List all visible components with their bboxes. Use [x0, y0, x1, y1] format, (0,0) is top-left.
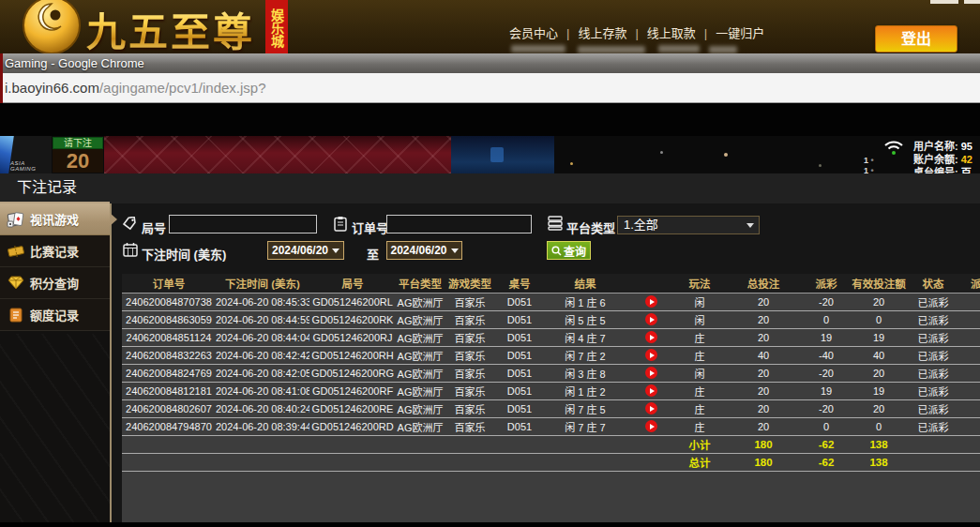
- active-item-arrow-icon: [110, 213, 117, 226]
- url-domain: i.baoyin66.com: [5, 80, 99, 96]
- playing-cards-icon: [6, 211, 26, 228]
- replay-icon[interactable]: [645, 295, 657, 308]
- logout-button[interactable]: 登出: [875, 25, 957, 53]
- game-video-strip: ASIA GAMING 请下注 20 用户名称: 95 账户余额: 42 桌台编…: [0, 136, 980, 173]
- search-icon: [551, 246, 562, 256]
- col-play-type: 玩法: [675, 274, 724, 293]
- nav-one-key-transfer[interactable]: 一键归户: [716, 26, 764, 40]
- table-row: 2406200848247692024-06-20 08:42:05GD0512…: [122, 364, 980, 382]
- screen: 九五至尊 娱乐城 会员中心|线上存款|线上取款|一键归户 登出 Gaming -…: [0, 0, 980, 527]
- col-replay: [626, 274, 675, 293]
- chevron-down-icon: [451, 248, 459, 253]
- table-summary: 小计 180 -62 138 总计 180 -62 138: [122, 435, 980, 471]
- blurred-account-info: [511, 45, 565, 53]
- sidebar-item-quota-records[interactable]: 额度记录: [0, 299, 110, 331]
- col-round-number: 局号: [309, 274, 396, 293]
- search-button[interactable]: 查询: [547, 241, 591, 260]
- col-platform-type: 平台类型: [396, 274, 445, 293]
- table-number-label: 桌台编号:: [913, 167, 958, 173]
- table-row: 2406200847948702024-06-20 08:39:44GD0512…: [122, 417, 980, 435]
- date-to-picker[interactable]: 2024/06/20: [386, 241, 462, 260]
- to-label: 至: [367, 245, 379, 263]
- order-number-label: 订单号: [352, 218, 388, 236]
- brand-95-icon: [21, 0, 83, 56]
- replay-icon[interactable]: [645, 331, 657, 343]
- grand-total-valid-bet: 138: [850, 453, 908, 471]
- col-status: 状态: [908, 274, 958, 293]
- round-number-input[interactable]: [169, 215, 317, 233]
- blurred-account-info: [578, 46, 645, 53]
- studio-background: [104, 136, 451, 173]
- sidebar-item-match-records[interactable]: 比赛记录: [0, 235, 110, 267]
- table-row: 2406200848121812024-06-20 08:41:08GD0512…: [122, 382, 980, 399]
- table-row: 2406200848322632024-06-20 08:42:42GD0512…: [122, 346, 980, 364]
- subtotal-payout: -62: [803, 435, 850, 453]
- platform-type-select[interactable]: 1.全部: [617, 216, 760, 234]
- sidebar-item-label: 积分查询: [30, 274, 79, 292]
- site-logo-badge: 娱乐城: [265, 0, 288, 53]
- table-row: 2406200848707382024-06-20 08:45:33GD0512…: [122, 293, 980, 310]
- replay-icon[interactable]: [645, 402, 657, 414]
- page-gap: [0, 103, 980, 136]
- col-table-number: 桌号: [495, 274, 544, 293]
- grand-total-bet: 180: [724, 453, 803, 471]
- blurred-account-info: [709, 46, 737, 53]
- grand-total-payout: -62: [803, 453, 850, 471]
- glow-dot: [660, 151, 663, 154]
- col-result: 结果: [544, 274, 626, 293]
- date-from-picker[interactable]: 2024/06/20: [267, 241, 344, 260]
- platform-type-label: 平台类型: [566, 218, 615, 236]
- clipboard-icon: [334, 216, 347, 232]
- subtotal-label: 小计: [675, 435, 724, 453]
- order-number-input[interactable]: [386, 215, 532, 233]
- replay-icon[interactable]: [645, 313, 657, 325]
- col-order-number: 订单号: [122, 274, 216, 293]
- sidebar-item-label: 视讯游戏: [30, 210, 79, 228]
- bet-state-label: 请下注: [53, 137, 103, 149]
- glow-dot: [570, 162, 573, 165]
- col-bet-time: 下注时间 (美东): [216, 274, 309, 293]
- replay-icon[interactable]: [645, 420, 657, 432]
- window-titlebar: Gaming - Google Chrome: [0, 53, 980, 73]
- glow-dot: [819, 164, 822, 167]
- clipped-topbar-text: [964, 0, 980, 4]
- document-icon: [6, 308, 26, 323]
- glow-dot: [724, 153, 728, 157]
- tag-icon: [123, 217, 138, 231]
- sidebar: 视讯游戏 比赛记录 积分查询: [0, 203, 110, 527]
- site-logo-text: 九五至尊: [86, 0, 255, 57]
- round-number-label: 局号: [142, 218, 166, 236]
- nav-online-withdraw[interactable]: 线上取款: [647, 26, 696, 40]
- sidebar-item-points-inquiry[interactable]: 积分查询: [0, 267, 110, 299]
- sidebar-item-video-games[interactable]: 视讯游戏: [0, 203, 110, 235]
- sidebar-footer-area: [0, 334, 110, 527]
- window-left-edge: [0, 53, 3, 103]
- replay-icon[interactable]: [645, 384, 657, 397]
- subtotal-total-bet: 180: [724, 435, 803, 453]
- sidebar-item-label: 额度记录: [30, 306, 79, 324]
- table-body: 2406200848707382024-06-20 08:45:33GD0512…: [122, 293, 980, 435]
- bet-time-label: 下注时间 (美东): [142, 245, 226, 263]
- address-bar[interactable]: i.baoyin66.com/agingame/pcv1/index.jsp?: [0, 73, 980, 103]
- studio-screen-glow: [490, 147, 504, 162]
- date-to-value: 2024/06/20: [390, 244, 446, 257]
- replay-icon[interactable]: [645, 367, 657, 379]
- chevron-down-icon: [332, 248, 339, 253]
- nav-online-deposit[interactable]: 线上存款: [578, 26, 626, 40]
- search-button-label: 查询: [564, 243, 586, 259]
- table-row: 2406200848026072024-06-20 08:40:24GD0512…: [122, 399, 980, 417]
- top-nav: 会员中心|线上存款|线上取款|一键归户: [509, 23, 764, 41]
- road-marker: 1 •: [864, 166, 874, 173]
- nav-member-center[interactable]: 会员中心: [509, 26, 558, 40]
- col-valid-bet: 有效投注额: [850, 274, 908, 293]
- countdown-value: 20: [53, 149, 103, 173]
- wifi-icon: [883, 140, 904, 156]
- ticket-icon: [6, 245, 26, 258]
- content-panel: 局号 订单号 平台类型 1.全部 下注时间 (美东): [112, 203, 980, 527]
- table-row: 2406200848630592024-06-20 08:44:59GD0512…: [122, 310, 980, 328]
- sidebar-item-label: 比赛记录: [30, 242, 79, 260]
- replay-icon[interactable]: [645, 349, 657, 361]
- blurred-account-info: [658, 45, 700, 53]
- col-total-bet: 总投注: [724, 274, 803, 293]
- table-header-row: 订单号 下注时间 (美东) 局号 平台类型 游戏类型 桌号 结果 玩法 总投注 …: [122, 274, 980, 293]
